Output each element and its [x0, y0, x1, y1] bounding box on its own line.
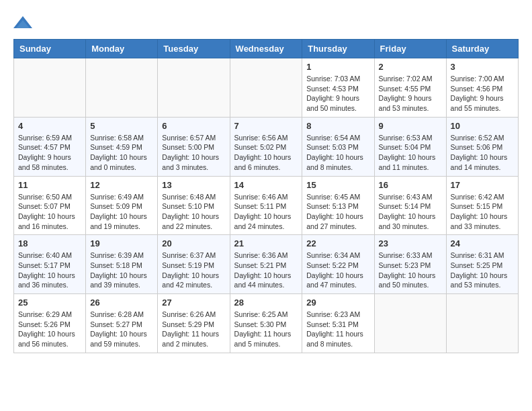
day-number: 17 — [451, 180, 514, 190]
day-number: 8 — [306, 121, 369, 131]
day-number: 20 — [162, 238, 225, 248]
calendar-day-cell: 11Sunrise: 6:50 AM Sunset: 5:07 PM Dayli… — [14, 176, 86, 235]
day-number: 19 — [90, 238, 153, 248]
day-info: Sunrise: 6:29 AM Sunset: 5:26 PM Dayligh… — [18, 310, 81, 349]
day-info: Sunrise: 6:28 AM Sunset: 5:27 PM Dayligh… — [90, 310, 153, 349]
calendar-day-cell — [158, 58, 230, 118]
logo — [13, 13, 35, 32]
day-info: Sunrise: 6:34 AM Sunset: 5:22 PM Dayligh… — [306, 250, 369, 290]
calendar-header-row: SundayMondayTuesdayWednesdayThursdayFrid… — [14, 40, 519, 58]
day-info: Sunrise: 7:00 AM Sunset: 4:56 PM Dayligh… — [451, 74, 514, 113]
weekday-header-sunday: Sunday — [14, 40, 86, 58]
day-info: Sunrise: 6:58 AM Sunset: 4:59 PM Dayligh… — [90, 133, 153, 173]
day-info: Sunrise: 6:36 AM Sunset: 5:21 PM Dayligh… — [234, 250, 298, 290]
day-info: Sunrise: 6:52 AM Sunset: 5:06 PM Dayligh… — [451, 133, 514, 173]
calendar-day-cell: 8Sunrise: 6:54 AM Sunset: 5:03 PM Daylig… — [302, 117, 374, 176]
day-number: 18 — [18, 238, 81, 248]
day-info: Sunrise: 7:02 AM Sunset: 4:55 PM Dayligh… — [379, 74, 442, 113]
day-info: Sunrise: 6:45 AM Sunset: 5:13 PM Dayligh… — [306, 192, 369, 232]
calendar-day-cell: 19Sunrise: 6:39 AM Sunset: 5:18 PM Dayli… — [86, 235, 158, 294]
calendar-week-row: 1Sunrise: 7:03 AM Sunset: 4:53 PM Daylig… — [14, 58, 519, 118]
day-info: Sunrise: 6:54 AM Sunset: 5:03 PM Dayligh… — [306, 133, 369, 173]
calendar-day-cell: 28Sunrise: 6:25 AM Sunset: 5:30 PM Dayli… — [230, 294, 302, 353]
calendar-day-cell: 21Sunrise: 6:36 AM Sunset: 5:21 PM Dayli… — [230, 235, 302, 294]
day-info: Sunrise: 6:23 AM Sunset: 5:31 PM Dayligh… — [306, 310, 369, 349]
day-info: Sunrise: 6:26 AM Sunset: 5:29 PM Dayligh… — [162, 310, 225, 349]
day-number: 13 — [162, 180, 225, 190]
day-info: Sunrise: 6:49 AM Sunset: 5:09 PM Dayligh… — [90, 192, 153, 232]
calendar-day-cell — [446, 294, 518, 353]
logo-icon — [13, 13, 32, 32]
weekday-header-saturday: Saturday — [446, 40, 518, 58]
day-info: Sunrise: 7:03 AM Sunset: 4:53 PM Dayligh… — [306, 74, 369, 113]
calendar-day-cell — [374, 294, 446, 353]
day-number: 2 — [379, 62, 442, 72]
day-info: Sunrise: 6:48 AM Sunset: 5:10 PM Dayligh… — [162, 192, 225, 232]
day-number: 11 — [18, 180, 81, 190]
calendar-week-row: 4Sunrise: 6:59 AM Sunset: 4:57 PM Daylig… — [14, 117, 519, 176]
calendar-day-cell: 25Sunrise: 6:29 AM Sunset: 5:26 PM Dayli… — [14, 294, 86, 353]
calendar-week-row: 11Sunrise: 6:50 AM Sunset: 5:07 PM Dayli… — [14, 176, 519, 235]
weekday-header-thursday: Thursday — [302, 40, 374, 58]
calendar-week-row: 18Sunrise: 6:40 AM Sunset: 5:17 PM Dayli… — [14, 235, 519, 294]
day-info: Sunrise: 6:25 AM Sunset: 5:30 PM Dayligh… — [234, 310, 298, 349]
day-number: 12 — [90, 180, 153, 190]
calendar-day-cell: 14Sunrise: 6:46 AM Sunset: 5:11 PM Dayli… — [230, 176, 302, 235]
calendar-day-cell: 20Sunrise: 6:37 AM Sunset: 5:19 PM Dayli… — [158, 235, 230, 294]
day-info: Sunrise: 6:33 AM Sunset: 5:23 PM Dayligh… — [379, 250, 442, 290]
calendar-day-cell: 23Sunrise: 6:33 AM Sunset: 5:23 PM Dayli… — [374, 235, 446, 294]
calendar-day-cell: 10Sunrise: 6:52 AM Sunset: 5:06 PM Dayli… — [446, 117, 518, 176]
day-number: 25 — [18, 298, 81, 308]
day-number: 14 — [234, 180, 298, 190]
calendar-day-cell: 24Sunrise: 6:31 AM Sunset: 5:25 PM Dayli… — [446, 235, 518, 294]
day-number: 9 — [379, 121, 442, 131]
day-number: 26 — [90, 298, 153, 308]
day-number: 22 — [306, 238, 369, 248]
day-info: Sunrise: 6:57 AM Sunset: 5:00 PM Dayligh… — [162, 133, 225, 173]
weekday-header-monday: Monday — [86, 40, 158, 58]
day-number: 7 — [234, 121, 298, 131]
calendar-day-cell — [86, 58, 158, 118]
calendar-day-cell: 18Sunrise: 6:40 AM Sunset: 5:17 PM Dayli… — [14, 235, 86, 294]
day-info: Sunrise: 6:46 AM Sunset: 5:11 PM Dayligh… — [234, 192, 298, 232]
weekday-header-wednesday: Wednesday — [230, 40, 302, 58]
day-info: Sunrise: 6:50 AM Sunset: 5:07 PM Dayligh… — [18, 192, 81, 232]
day-number: 4 — [18, 121, 81, 131]
day-number: 21 — [234, 238, 298, 248]
calendar-table: SundayMondayTuesdayWednesdayThursdayFrid… — [13, 39, 519, 353]
calendar-day-cell: 6Sunrise: 6:57 AM Sunset: 5:00 PM Daylig… — [158, 117, 230, 176]
calendar-day-cell: 1Sunrise: 7:03 AM Sunset: 4:53 PM Daylig… — [302, 58, 374, 118]
calendar-day-cell — [14, 58, 86, 118]
calendar-day-cell: 7Sunrise: 6:56 AM Sunset: 5:02 PM Daylig… — [230, 117, 302, 176]
day-number: 27 — [162, 298, 225, 308]
day-number: 24 — [451, 238, 514, 248]
day-number: 16 — [379, 180, 442, 190]
day-number: 15 — [306, 180, 369, 190]
calendar-day-cell: 22Sunrise: 6:34 AM Sunset: 5:22 PM Dayli… — [302, 235, 374, 294]
calendar-day-cell: 27Sunrise: 6:26 AM Sunset: 5:29 PM Dayli… — [158, 294, 230, 353]
day-info: Sunrise: 6:59 AM Sunset: 4:57 PM Dayligh… — [18, 133, 81, 173]
day-number: 1 — [306, 62, 369, 72]
calendar-day-cell: 2Sunrise: 7:02 AM Sunset: 4:55 PM Daylig… — [374, 58, 446, 118]
calendar-day-cell: 15Sunrise: 6:45 AM Sunset: 5:13 PM Dayli… — [302, 176, 374, 235]
day-number: 6 — [162, 121, 225, 131]
calendar-day-cell: 5Sunrise: 6:58 AM Sunset: 4:59 PM Daylig… — [86, 117, 158, 176]
calendar-day-cell: 16Sunrise: 6:43 AM Sunset: 5:14 PM Dayli… — [374, 176, 446, 235]
day-number: 3 — [451, 62, 514, 72]
calendar-day-cell: 4Sunrise: 6:59 AM Sunset: 4:57 PM Daylig… — [14, 117, 86, 176]
calendar-week-row: 25Sunrise: 6:29 AM Sunset: 5:26 PM Dayli… — [14, 294, 519, 353]
day-info: Sunrise: 6:40 AM Sunset: 5:17 PM Dayligh… — [18, 250, 81, 290]
day-info: Sunrise: 6:53 AM Sunset: 5:04 PM Dayligh… — [379, 133, 442, 173]
day-info: Sunrise: 6:42 AM Sunset: 5:15 PM Dayligh… — [451, 192, 514, 232]
day-number: 28 — [234, 298, 298, 308]
day-info: Sunrise: 6:31 AM Sunset: 5:25 PM Dayligh… — [451, 250, 514, 290]
page-header — [13, 13, 519, 32]
day-info: Sunrise: 6:37 AM Sunset: 5:19 PM Dayligh… — [162, 250, 225, 290]
day-number: 10 — [451, 121, 514, 131]
calendar-day-cell: 29Sunrise: 6:23 AM Sunset: 5:31 PM Dayli… — [302, 294, 374, 353]
calendar-day-cell — [230, 58, 302, 118]
day-info: Sunrise: 6:43 AM Sunset: 5:14 PM Dayligh… — [379, 192, 442, 232]
day-info: Sunrise: 6:39 AM Sunset: 5:18 PM Dayligh… — [90, 250, 153, 290]
day-info: Sunrise: 6:56 AM Sunset: 5:02 PM Dayligh… — [234, 133, 298, 173]
calendar-day-cell: 3Sunrise: 7:00 AM Sunset: 4:56 PM Daylig… — [446, 58, 518, 118]
